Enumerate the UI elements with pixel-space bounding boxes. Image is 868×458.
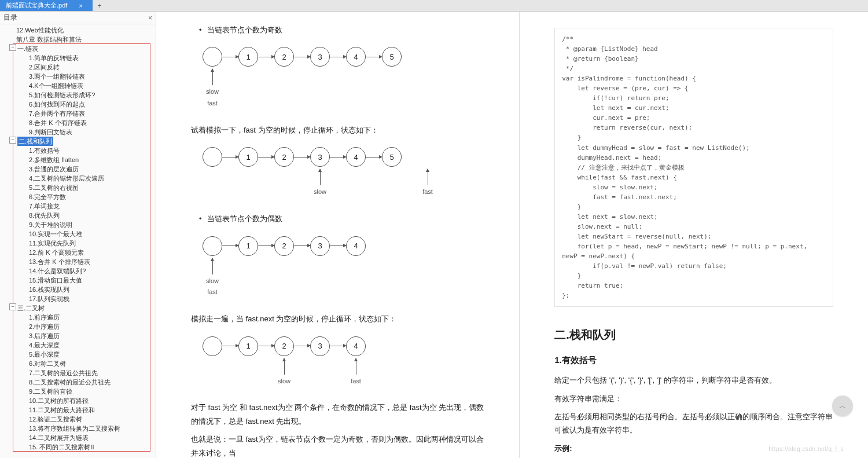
toc-item[interactable]: 5.如何检测链表形成环? xyxy=(3,90,156,100)
toc-item[interactable]: 6.如何找到环的起点 xyxy=(3,100,156,109)
toc-item[interactable]: 7.合并两个有序链表 xyxy=(3,109,156,118)
toc-tree[interactable]: 12.Web性能优化第八章 数据结构和算法一.链表1.简单的反转链表2.区间反转… xyxy=(0,24,156,458)
toc-item[interactable]: 5.最小深度 xyxy=(3,350,156,359)
toc-item[interactable]: 11.二叉树的最大路径和 xyxy=(3,405,156,415)
close-icon[interactable]: × xyxy=(79,2,82,9)
tab-title: 前端面试宝典大全.pdf xyxy=(6,1,67,10)
toc-item[interactable]: 11.实现优先队列 xyxy=(3,239,156,248)
section-title: 二.栈和队列 xyxy=(554,324,833,345)
toc-item[interactable]: 15. 不同的二叉搜索树II xyxy=(3,442,156,452)
toc-item[interactable]: 2.区间反转 xyxy=(3,63,156,72)
toc-section[interactable]: 三.二叉树 xyxy=(3,303,156,313)
new-tab-button[interactable]: + xyxy=(93,0,106,11)
code-block-1: /** * @param {ListNode} head * @return {… xyxy=(554,28,833,307)
toc-item[interactable]: 8.二叉搜索树的最近公共祖先 xyxy=(3,378,156,387)
toc-item[interactable]: 17.队列实现栈 xyxy=(3,294,156,303)
tab-bar: 前端面试宝典大全.pdf × + xyxy=(0,0,868,12)
toc-item[interactable]: 6.对称二叉树 xyxy=(3,359,156,368)
toc-item[interactable]: 12.前 K 个高频元素 xyxy=(3,248,156,257)
toc-section[interactable]: 二.栈和队列 xyxy=(3,137,156,146)
page-left[interactable]: 当链表节点个数为奇数 12345slowfast 试着模拟一下，fast 为空的… xyxy=(156,12,520,458)
toc-item[interactable]: 9.二叉树的直径 xyxy=(3,387,156,396)
toc-item[interactable]: 3.后序遍历 xyxy=(3,331,156,340)
toc-item[interactable]: 9.判断回文链表 xyxy=(3,127,156,137)
toc-item[interactable]: 16.栈实现队列 xyxy=(3,285,156,294)
toc-item[interactable]: 10.实现一个最大堆 xyxy=(3,229,156,239)
diagram-1: 12345slowfast xyxy=(191,47,484,109)
diagram-3: 1234slowfast xyxy=(191,236,484,299)
toc-item[interactable]: 14.什么是双端队列? xyxy=(3,266,156,276)
toc-section[interactable]: 一.链表 xyxy=(3,44,156,53)
toc-item[interactable]: 9.关于堆的说明 xyxy=(3,220,156,229)
toc-item[interactable]: 2.多维数组 flatten xyxy=(3,155,156,164)
toc-item[interactable]: 1.简单的反转链表 xyxy=(3,53,156,63)
toc-item[interactable]: 第八章 数据结构和算法 xyxy=(3,35,156,44)
diagram-4: 1234slowfast xyxy=(191,336,484,387)
para-1: 试着模拟一下，fast 为空的时候，停止循环，状态如下： xyxy=(191,123,484,137)
toc-item[interactable]: 13.合并 K 个排序链表 xyxy=(3,257,156,266)
toc-item[interactable]: 7.单词接龙 xyxy=(3,201,156,211)
toc-item[interactable]: 5.二叉树的右视图 xyxy=(3,183,156,192)
bullet-even: 当链表节点个数为偶数 xyxy=(191,212,484,225)
toc-item[interactable]: 4.K个一组翻转链表 xyxy=(3,81,156,90)
toc-item[interactable]: 14.二叉树展开为链表 xyxy=(3,433,156,442)
para-3: 对于 fast 为空 和 fast.next为空 两个条件，在奇数的情况下，总是… xyxy=(191,401,484,428)
scroll-top-button[interactable]: ︿ xyxy=(832,395,853,416)
diagram-2: 12345slowfast xyxy=(191,147,484,198)
para-a: 给定一个只包括 '(', ')', '{', '}', '[', ']' 的字符… xyxy=(554,373,833,387)
sub-title: 1.有效括号 xyxy=(554,352,833,368)
toc-item[interactable]: 4.最大深度 xyxy=(3,340,156,350)
content-area: 当链表节点个数为奇数 12345slowfast 试着模拟一下，fast 为空的… xyxy=(156,12,868,458)
sidebar: 目录 × 12.Web性能优化第八章 数据结构和算法一.链表1.简单的反转链表2… xyxy=(0,12,156,458)
toc-item[interactable]: 7.二叉树的最近公共祖先 xyxy=(3,368,156,378)
tab-active[interactable]: 前端面试宝典大全.pdf × xyxy=(0,0,93,11)
toc-item[interactable]: 1.前序遍历 xyxy=(3,313,156,322)
toc-item[interactable]: 15.滑动窗口最大值 xyxy=(3,276,156,285)
page-right[interactable]: /** * @param {ListNode} head * @return {… xyxy=(520,12,868,458)
toc-item[interactable]: 12.验证二叉搜索树 xyxy=(3,415,156,424)
toc-item[interactable]: 6.完全平方数 xyxy=(3,192,156,201)
toc-item[interactable]: 1.有效括号 xyxy=(3,146,156,155)
toc-item[interactable]: 10.二叉树的所有路径 xyxy=(3,396,156,405)
para-4: 也就是说：一旦 fast为空，链表节点个数一定为奇数，否则为偶数。因此两种情况可… xyxy=(191,433,484,458)
bullet-odd: 当链表节点个数为奇数 xyxy=(191,23,484,36)
toc-item[interactable]: 4.二叉树的锯齿形层次遍历 xyxy=(3,174,156,183)
chevron-up-icon: ︿ xyxy=(839,401,846,411)
toc-item[interactable]: 12.Web性能优化 xyxy=(3,25,156,35)
para-c: 左括号必须用相同类型的右括号闭合。左括号必须以正确的顺序闭合。注意空字符串可被认… xyxy=(554,410,833,437)
toc-item[interactable]: 2.中序遍历 xyxy=(3,322,156,331)
para-b: 有效字符串需满足： xyxy=(554,392,833,405)
toc-item[interactable]: 13.将有序数组转换为二叉搜索树 xyxy=(3,424,156,433)
example-label: 示例: xyxy=(554,442,833,455)
toc-item[interactable]: 3.两个一组翻转链表 xyxy=(3,72,156,81)
toc-close-icon[interactable]: × xyxy=(148,14,152,22)
toc-item[interactable]: 3.普通的层次遍历 xyxy=(3,164,156,174)
toc-item[interactable]: 8.合并 K 个有序链表 xyxy=(3,118,156,127)
para-2: 模拟走一遍，当 fast.next 为空的时候，停止循环，状态如下： xyxy=(191,312,484,325)
toc-item[interactable]: 8.优先队列 xyxy=(3,211,156,220)
toc-title: 目录 xyxy=(3,13,17,23)
